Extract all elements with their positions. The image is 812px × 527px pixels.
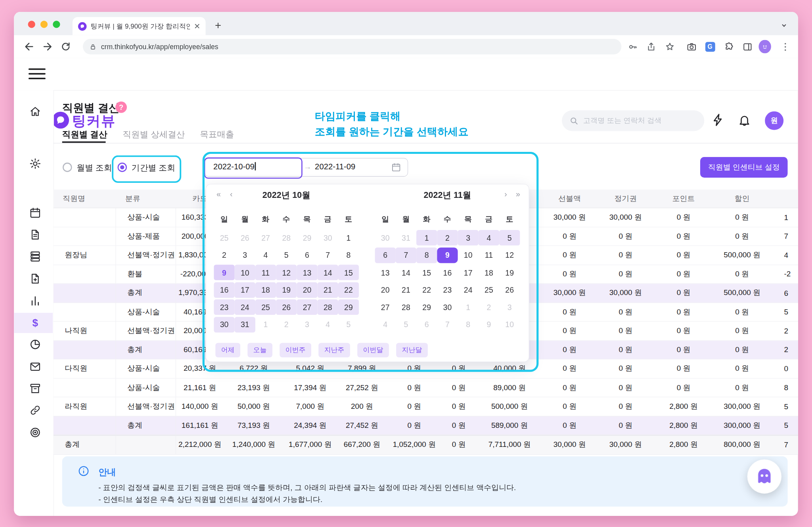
calendar-day[interactable]: 26 <box>499 282 520 297</box>
calendar-day[interactable]: 30 <box>375 230 396 245</box>
sidebar-item-documents[interactable] <box>29 228 41 241</box>
calendar-day[interactable]: 2 <box>437 230 458 245</box>
calendar-day[interactable]: 6 <box>416 317 437 332</box>
calendar-input-icon[interactable] <box>391 162 401 172</box>
quick-range-button[interactable]: 오늘 <box>247 343 272 358</box>
calendar-day[interactable]: 8 <box>338 247 359 263</box>
next-month-icon[interactable]: › <box>504 190 507 198</box>
calendar-day[interactable]: 10 <box>235 264 255 280</box>
calendar-day[interactable]: 7 <box>318 247 338 263</box>
calendar-day[interactable]: 4 <box>479 230 499 245</box>
radio-monthly-label[interactable]: 월별 조회 <box>77 163 112 173</box>
calendar-day[interactable]: 31 <box>235 317 255 332</box>
camera-icon[interactable] <box>685 40 697 53</box>
calendar-day[interactable]: 13 <box>297 264 317 280</box>
tab-settlement[interactable]: 직원별 결산 <box>62 129 107 140</box>
notifications-bell-icon[interactable] <box>737 113 751 127</box>
calendar-day[interactable]: 3 <box>499 299 520 315</box>
new-tab-button[interactable]: + <box>215 19 221 31</box>
sidebar-item-sales[interactable]: $ <box>29 316 41 329</box>
sidebar-item-mail[interactable] <box>29 360 41 373</box>
date-range-picker[interactable]: 2022-10-09 → 2022-11-09 <box>205 158 408 176</box>
calendar-day[interactable]: 20 <box>297 282 317 297</box>
calendar-day[interactable]: 6 <box>375 247 396 263</box>
calendar-day[interactable]: 3 <box>458 230 479 245</box>
calendar-day[interactable]: 10 <box>499 317 520 332</box>
calendar-day[interactable]: 28 <box>276 230 297 245</box>
sidebar-item-archive[interactable] <box>29 382 41 395</box>
calendar-day[interactable]: 1 <box>458 299 479 315</box>
calendar-day[interactable]: 14 <box>318 264 338 280</box>
quick-range-button[interactable]: 어제 <box>215 343 240 358</box>
user-avatar[interactable]: 원 <box>765 111 783 130</box>
url-bar[interactable]: crm.thinkofyou.kr/app/employee/sales <box>83 39 621 54</box>
tab-detail-settlement[interactable]: 직원별 상세결산 <box>123 129 185 140</box>
help-icon[interactable]: ? <box>115 102 127 113</box>
calendar-day[interactable]: 16 <box>214 282 234 297</box>
calendar-day[interactable]: 25 <box>255 299 276 315</box>
calendar-day[interactable]: 2 <box>214 247 234 263</box>
calendar-day[interactable]: 12 <box>276 264 297 280</box>
calendar-day[interactable]: 29 <box>297 230 317 245</box>
calendar-day[interactable]: 10 <box>458 247 479 263</box>
quick-range-button[interactable]: 지난주 <box>318 343 350 358</box>
calendar-day[interactable]: 3 <box>297 317 317 332</box>
browser-menu-icon[interactable] <box>779 40 791 53</box>
calendar-day[interactable]: 5 <box>338 317 359 332</box>
calendar-day[interactable]: 17 <box>235 282 255 297</box>
calendar-day[interactable]: 7 <box>396 247 416 263</box>
calendar-day[interactable]: 30 <box>318 230 338 245</box>
sidebar-item-statistics[interactable] <box>29 295 41 307</box>
calendar-day[interactable]: 15 <box>338 264 359 280</box>
calendar-day[interactable]: 22 <box>338 282 359 297</box>
sidebar-item-home[interactable] <box>29 105 41 117</box>
calendar-day[interactable]: 30 <box>437 299 458 315</box>
sidebar-item-file-add[interactable] <box>29 272 41 285</box>
calendar-day[interactable]: 16 <box>437 264 458 280</box>
tab-list-chevron-icon[interactable] <box>779 20 789 31</box>
calendar-day[interactable]: 8 <box>416 247 437 263</box>
next-year-icon[interactable]: » <box>516 190 520 198</box>
quick-range-button[interactable]: 이번주 <box>280 343 311 358</box>
bookmark-star-icon[interactable] <box>663 40 676 53</box>
calendar-day[interactable]: 7 <box>437 317 458 332</box>
window-zoom-button[interactable] <box>53 21 60 28</box>
back-icon[interactable] <box>23 40 35 53</box>
calendar-day[interactable]: 4 <box>375 317 396 332</box>
calendar-day[interactable]: 15 <box>416 264 437 280</box>
quick-action-bolt-icon[interactable] <box>711 113 725 127</box>
calendar-day[interactable]: 11 <box>479 247 499 263</box>
incentive-settings-button[interactable]: 직원별 인센티브 설정 <box>700 157 788 178</box>
calendar-day[interactable]: 9 <box>437 247 458 263</box>
window-close-button[interactable] <box>28 21 35 28</box>
calendar-day[interactable]: 5 <box>499 230 520 245</box>
calendar-day[interactable]: 13 <box>375 264 396 280</box>
radio-monthly[interactable] <box>63 163 72 172</box>
end-date-input[interactable]: 2022-11-09 <box>315 162 355 172</box>
sidebar-item-links[interactable] <box>29 404 41 416</box>
calendar-day[interactable]: 21 <box>396 282 416 297</box>
radio-period[interactable] <box>117 163 127 172</box>
calendar-day[interactable]: 28 <box>318 299 338 315</box>
calendar-day[interactable]: 8 <box>458 317 479 332</box>
calendar-day[interactable]: 25 <box>479 282 499 297</box>
sidebar-item-database[interactable] <box>29 250 41 263</box>
key-icon[interactable] <box>626 40 638 53</box>
browser-tab[interactable]: 팅커뷰 | 월 9,900원 가장 합리적인 ✕ <box>73 17 206 35</box>
calendar-day[interactable]: 17 <box>458 264 479 280</box>
share-icon[interactable] <box>645 40 657 53</box>
calendar-day[interactable]: 19 <box>499 264 520 280</box>
calendar-day[interactable]: 27 <box>297 299 317 315</box>
calendar-day[interactable]: 20 <box>375 282 396 297</box>
calendar-day[interactable]: 27 <box>255 230 276 245</box>
chat-fab-button[interactable] <box>747 460 781 494</box>
calendar-day[interactable]: 23 <box>437 282 458 297</box>
quick-range-button[interactable]: 이번달 <box>357 343 389 358</box>
forward-icon[interactable] <box>41 40 54 53</box>
calendar-day[interactable]: 26 <box>276 299 297 315</box>
calendar-day[interactable]: 1 <box>416 230 437 245</box>
start-date-input[interactable]: 2022-10-09 <box>213 162 256 172</box>
radio-period-label[interactable]: 기간별 조회 <box>132 163 175 173</box>
sidebar-item-calendar[interactable] <box>29 207 41 219</box>
calendar-day[interactable]: 29 <box>416 299 437 315</box>
